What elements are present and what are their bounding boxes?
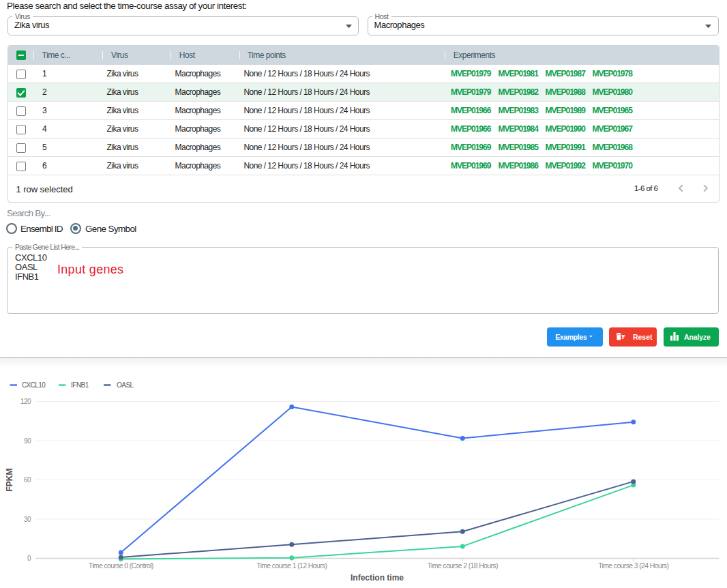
- svg-text:CXCL10: CXCL10: [22, 381, 46, 389]
- svg-text:90: 90: [24, 437, 31, 445]
- svg-text:FPKM: FPKM: [5, 469, 14, 492]
- svg-text:OASL: OASL: [117, 381, 134, 389]
- svg-text:Time course 3 (24 Hours): Time course 3 (24 Hours): [598, 561, 668, 570]
- svg-text:IFNB1: IFNB1: [71, 381, 89, 389]
- svg-text:Time course 1 (12 Hours): Time course 1 (12 Hours): [256, 561, 327, 570]
- svg-text:60: 60: [24, 476, 31, 484]
- svg-text:0: 0: [27, 555, 31, 562]
- svg-text:Infection time: Infection time: [351, 573, 404, 583]
- svg-text:Time course 0 (Control): Time course 0 (Control): [89, 561, 153, 570]
- svg-text:Time course 2 (18 Hours): Time course 2 (18 Hours): [428, 561, 498, 570]
- svg-text:120: 120: [20, 398, 31, 405]
- svg-text:30: 30: [24, 516, 31, 523]
